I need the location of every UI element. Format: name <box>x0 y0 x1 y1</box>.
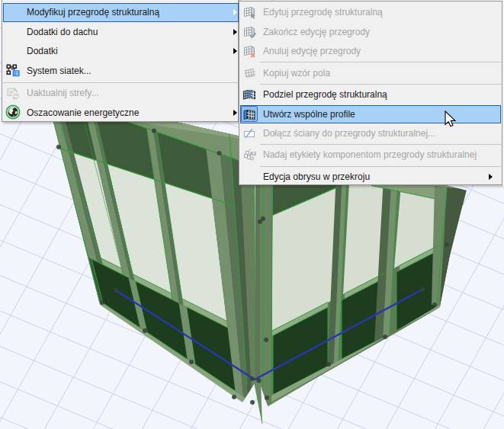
svg-text:A1: A1 <box>249 150 256 157</box>
